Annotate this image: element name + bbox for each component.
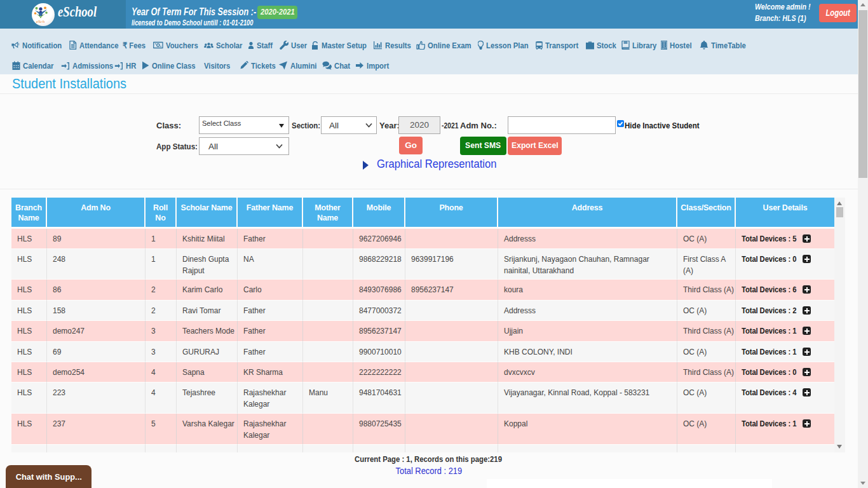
svg-text:eSch: eSch bbox=[36, 19, 45, 24]
